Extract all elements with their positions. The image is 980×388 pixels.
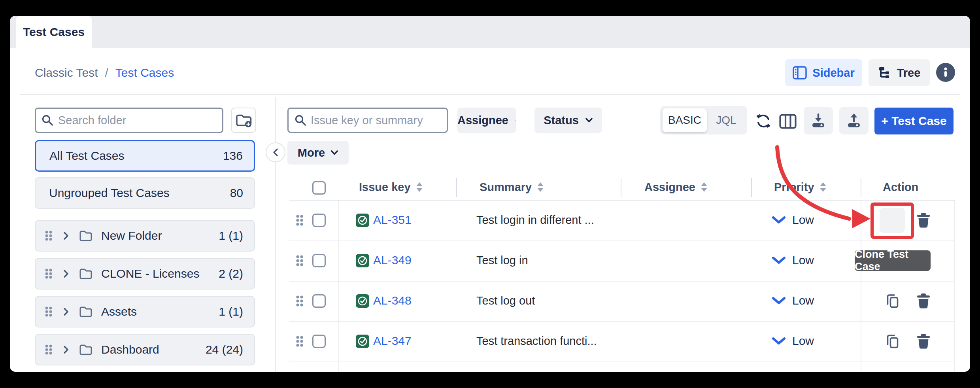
- breadcrumb-current[interactable]: Test Cases: [115, 66, 174, 79]
- tree-icon: [878, 66, 891, 79]
- new-test-case-label: + Test Case: [881, 114, 946, 128]
- header-separator: [456, 178, 457, 197]
- column-header-assignee[interactable]: Assignee: [644, 176, 707, 198]
- priority-label: Low: [792, 334, 814, 348]
- drag-handle-icon[interactable]: [295, 214, 304, 228]
- table-row: AL-348 Test log out Low: [0, 281, 980, 321]
- tab-test-cases[interactable]: Test Cases: [16, 16, 92, 48]
- drag-handle-icon[interactable]: [295, 295, 304, 309]
- column-header-action: Action: [883, 176, 918, 198]
- summary-text[interactable]: Test log in: [476, 254, 528, 267]
- table-row: AL-349 Test log in Low: [0, 240, 980, 281]
- chevron-left-icon: [272, 148, 279, 157]
- column-header-label: Assignee: [644, 181, 695, 194]
- column-header-priority[interactable]: Priority: [774, 176, 826, 198]
- new-test-case-button[interactable]: + Test Case: [874, 108, 954, 134]
- column-header-summary[interactable]: Summary: [480, 176, 544, 198]
- test-case-icon: [356, 294, 369, 309]
- issue-key-link[interactable]: AL-351: [373, 213, 412, 227]
- sidebar-toggle-label: Sidebar: [812, 66, 854, 79]
- add-folder-button[interactable]: [231, 108, 256, 133]
- tab-strip: [10, 16, 970, 48]
- jql-mode-label: JQL: [716, 114, 736, 127]
- sidebar-item-label: All Test Cases: [49, 149, 125, 163]
- tree-view-button[interactable]: Tree: [869, 59, 930, 86]
- header-divider: [20, 94, 960, 95]
- priority-low-icon: [771, 256, 786, 267]
- sidebar-item-all-test-cases[interactable]: All Test Cases 136: [35, 140, 255, 172]
- row-checkbox[interactable]: [312, 214, 326, 227]
- search-icon: [41, 114, 54, 128]
- app-window: Test Cases Classic Test / Test Cases Sid…: [0, 0, 980, 388]
- assignee-filter-dropdown[interactable]: Assignee: [457, 108, 516, 133]
- sort-icon[interactable]: [820, 182, 826, 192]
- issue-key-link[interactable]: AL-349: [373, 254, 412, 267]
- priority-low-icon: [771, 216, 786, 226]
- query-mode-jql[interactable]: JQL: [707, 108, 746, 132]
- select-all-checkbox[interactable]: [312, 181, 326, 195]
- folder-search-input[interactable]: [35, 108, 223, 133]
- annotation-highlight-box: [870, 203, 914, 239]
- sidebar-toggle-button[interactable]: Sidebar: [785, 59, 862, 86]
- chevron-down-icon: [330, 150, 338, 155]
- row-border: [289, 362, 955, 362]
- more-label: More: [298, 146, 325, 159]
- summary-text[interactable]: Test transaction functi...: [476, 335, 597, 348]
- clone-tooltip: Clone Test Case: [855, 250, 931, 271]
- issue-key-link[interactable]: AL-347: [373, 334, 412, 348]
- row-checkbox[interactable]: [312, 335, 326, 348]
- collapse-panel-button[interactable]: [266, 142, 285, 162]
- tab-label: Test Cases: [23, 25, 85, 39]
- priority-label: Low: [792, 294, 814, 307]
- refresh-icon[interactable]: [755, 113, 771, 131]
- sort-icon[interactable]: [701, 182, 707, 192]
- folder-plus-icon: [235, 112, 252, 128]
- test-case-icon: [356, 254, 369, 269]
- columns-icon[interactable]: [779, 114, 797, 131]
- priority-low-icon: [771, 337, 786, 347]
- status-filter-dropdown[interactable]: Status: [534, 108, 602, 133]
- summary-text[interactable]: Test log out: [476, 294, 535, 307]
- header-separator: [751, 178, 752, 197]
- basic-mode-label: BASIC: [668, 114, 701, 127]
- delete-test-case-icon[interactable]: [916, 293, 931, 310]
- clone-tooltip-label: Clone Test Case: [855, 248, 931, 273]
- breadcrumb: Classic Test / Test Cases: [35, 62, 174, 84]
- priority-label: Low: [792, 213, 814, 227]
- row-checkbox[interactable]: [312, 254, 326, 267]
- clone-test-case-icon[interactable]: [886, 334, 899, 350]
- column-header-label: Issue key: [359, 181, 411, 194]
- issue-search-input[interactable]: [287, 108, 448, 133]
- sort-icon[interactable]: [416, 182, 423, 192]
- summary-text[interactable]: Test login in different ...: [476, 214, 594, 227]
- import-button[interactable]: [839, 107, 869, 134]
- search-icon: [294, 114, 307, 128]
- column-header-label: Action: [883, 181, 918, 194]
- column-header-issue-key[interactable]: Issue key: [359, 176, 423, 198]
- sidebar-item-label: Ungrouped Test Cases: [49, 186, 170, 200]
- header-separator: [861, 178, 861, 197]
- clone-test-case-icon[interactable]: [886, 293, 899, 310]
- table-row: AL-347 Test transaction functi... Low: [0, 321, 980, 362]
- breadcrumb-parent[interactable]: Classic Test: [35, 66, 98, 79]
- chevron-down-icon: [515, 117, 516, 123]
- test-case-icon: [356, 335, 369, 350]
- delete-test-case-icon[interactable]: [916, 212, 931, 230]
- info-icon[interactable]: [936, 63, 955, 82]
- drag-handle-icon[interactable]: [295, 335, 304, 349]
- issue-key-link[interactable]: AL-348: [373, 294, 412, 307]
- more-filters-dropdown[interactable]: More: [287, 141, 349, 165]
- priority-label: Low: [792, 254, 814, 267]
- chevron-down-icon: [585, 117, 593, 123]
- delete-test-case-icon[interactable]: [916, 333, 931, 351]
- export-button[interactable]: [804, 107, 833, 134]
- row-checkbox[interactable]: [312, 294, 326, 308]
- upload-icon: [846, 113, 861, 128]
- breadcrumb-separator: /: [105, 66, 108, 79]
- test-case-icon: [356, 214, 369, 229]
- query-mode-basic[interactable]: BASIC: [663, 108, 707, 132]
- download-icon: [811, 113, 826, 128]
- sort-icon[interactable]: [537, 182, 544, 192]
- panel-left-icon: [793, 66, 807, 79]
- drag-handle-icon[interactable]: [295, 255, 304, 268]
